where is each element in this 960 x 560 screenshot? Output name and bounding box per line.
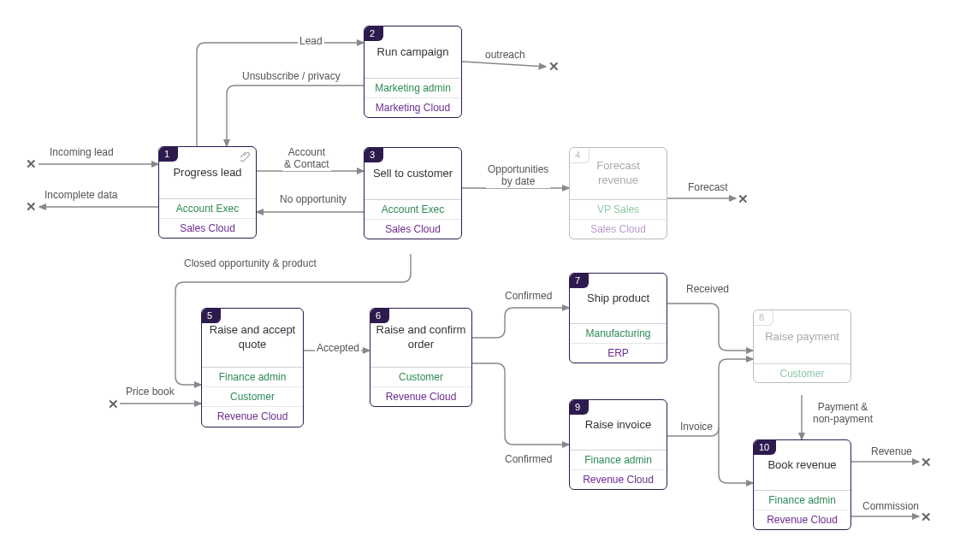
- edge-label: Incomplete data: [43, 189, 119, 201]
- node-6[interactable]: 6Raise and confirm orderCustomerRevenue …: [370, 308, 472, 407]
- edge-n6-n9: [472, 363, 569, 445]
- edge-label: Unsubscribe / privacy: [240, 70, 342, 82]
- node-number: 6: [370, 309, 389, 323]
- attachment-icon: [240, 150, 251, 162]
- node-actor: Marketing admin: [364, 79, 461, 97]
- edge-label: Forecast: [686, 181, 730, 193]
- node-9[interactable]: 9Raise invoiceFinance adminRevenue Cloud: [569, 399, 667, 490]
- node-1[interactable]: 1Progress leadAccount ExecSales Cloud: [158, 146, 257, 239]
- terminator-outreach: ✕: [548, 59, 560, 74]
- node-actor: Account Exec: [364, 200, 461, 219]
- node-number: 8: [754, 310, 773, 326]
- terminator-commission: ✕: [921, 510, 932, 524]
- node-number: 4: [570, 148, 590, 163]
- node-5[interactable]: 5Raise and accept quoteFinance adminCust…: [201, 308, 304, 427]
- node-system: Revenue Cloud: [754, 510, 850, 529]
- node-number: 7: [570, 274, 589, 288]
- terminator-incoming: ✕: [26, 156, 37, 171]
- node-number: 1: [159, 147, 178, 162]
- edge-n7-n8: [667, 304, 753, 351]
- edge-label: outreach: [483, 49, 527, 61]
- edge-n6-n7: [472, 308, 569, 338]
- edge-label: No opportunity: [278, 193, 348, 205]
- edge-label: Price book: [124, 386, 176, 398]
- edge-label: Account & Contact: [282, 146, 331, 171]
- node-actor: Manufacturing: [570, 324, 667, 343]
- node-actor: Customer: [202, 386, 303, 406]
- node-3[interactable]: 3Sell to customerAccount ExecSales Cloud: [364, 147, 462, 239]
- diagram-canvas: ✕ ✕ ✕ ✕ ✕ ✕ ✕: [0, 0, 960, 560]
- edge-label: Incoming lead: [48, 146, 116, 158]
- node-actor: Finance admin: [202, 368, 303, 386]
- node-actor: Finance admin: [570, 451, 667, 469]
- node-2[interactable]: 2Run campaignMarketing adminMarketing Cl…: [364, 26, 462, 118]
- node-number: 2: [364, 27, 383, 41]
- edge-n2-outreach: [462, 62, 546, 67]
- edge-n9-n10: [719, 427, 753, 483]
- edge-label: Commission: [861, 500, 921, 512]
- terminator-incomplete: ✕: [26, 199, 37, 214]
- edge-label: Confirmed: [503, 453, 554, 465]
- node-number: 3: [364, 148, 383, 162]
- node-system: ERP: [570, 343, 667, 363]
- edge-label: Received: [684, 283, 731, 295]
- node-number: 5: [202, 309, 221, 323]
- node-actor: Account Exec: [159, 199, 256, 218]
- edge-label: Confirmed: [503, 290, 554, 302]
- node-7[interactable]: 7Ship productManufacturingERP: [569, 273, 667, 363]
- node-8[interactable]: 8Raise paymentCustomer: [753, 309, 851, 383]
- edge-label: Revenue: [869, 445, 914, 457]
- node-system: Sales Cloud: [364, 219, 461, 239]
- terminator-revenue: ✕: [921, 455, 932, 469]
- edge-label: Lead: [298, 35, 324, 47]
- node-number: 9: [570, 400, 589, 415]
- edge-label: Closed opportunity & product: [182, 257, 318, 269]
- node-system: Revenue Cloud: [202, 406, 303, 426]
- edge-label: Invoice: [679, 421, 714, 433]
- node-actor: VP Sales: [570, 200, 667, 219]
- node-system: Revenue Cloud: [570, 469, 667, 489]
- edge-label: Opportunities by date: [486, 163, 550, 188]
- node-system: Sales Cloud: [570, 219, 667, 239]
- node-system: Sales Cloud: [159, 218, 256, 238]
- node-system: Marketing Cloud: [364, 97, 461, 117]
- edge-n1-n2: [197, 43, 364, 146]
- node-system: Revenue Cloud: [370, 386, 471, 406]
- edge-label: Payment & non-payment: [811, 401, 874, 426]
- edge-n2-n1: [227, 85, 364, 146]
- edge-label: Accepted: [315, 342, 361, 354]
- terminator-forecast: ✕: [738, 192, 749, 206]
- node-10[interactable]: 10Book revenueFinance adminRevenue Cloud: [753, 439, 851, 530]
- node-actor: Customer: [754, 364, 850, 383]
- node-number: 10: [754, 440, 776, 455]
- node-4[interactable]: 4Forecast revenueVP SalesSales Cloud: [569, 147, 667, 239]
- node-actor: Finance admin: [754, 491, 850, 510]
- node-actor: Customer: [370, 368, 471, 386]
- terminator-pricebook: ✕: [108, 397, 119, 411]
